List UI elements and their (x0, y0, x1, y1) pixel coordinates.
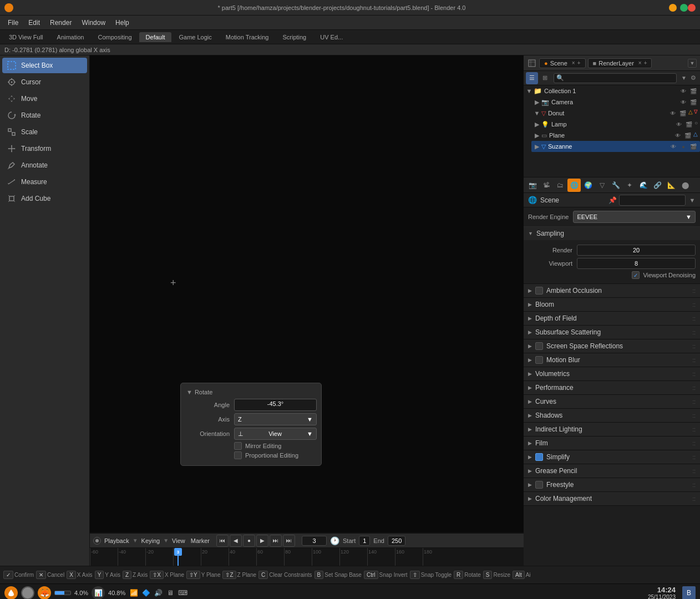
axis-select[interactable]: Z ▼ (234, 413, 317, 425)
resize-key[interactable]: S (483, 571, 493, 579)
simplify-checkbox[interactable] (535, 453, 543, 461)
tree-search-input[interactable]: 🔍 (554, 73, 677, 83)
tab-motiontracking[interactable]: Motion Tracking (219, 32, 276, 42)
donut-eye-icon[interactable]: 👁 (668, 109, 677, 118)
expand-camera[interactable]: ▶ (534, 99, 540, 105)
lamp-eye-icon[interactable]: 👁 (674, 120, 683, 129)
snap-base-key[interactable]: B (315, 571, 324, 579)
ambient-occlusion-checkbox[interactable] (535, 287, 543, 295)
pin-icon[interactable]: 📌 (608, 196, 617, 205)
depth-of-field-header[interactable]: ▶ Depth of Field :: (524, 312, 700, 325)
tab-compositing[interactable]: Compositing (91, 32, 138, 42)
tool-cursor[interactable]: Cursor (2, 74, 87, 90)
ambient-occlusion-header[interactable]: ▶ Ambient Occlusion :: (524, 284, 700, 297)
plane-eye-icon[interactable]: 👁 (673, 131, 682, 140)
performance-header[interactable]: ▶ Performance :: (524, 381, 700, 394)
rotate-key[interactable]: R (454, 571, 463, 579)
props-filter-icon[interactable]: ▼ (688, 196, 697, 205)
scene-selector[interactable]: ● Scene × + (539, 58, 586, 68)
tab-default[interactable]: Default (139, 32, 172, 42)
curves-header[interactable]: ▶ Curves :: (524, 395, 700, 408)
play-reverse-button[interactable]: ◀ (230, 535, 242, 547)
props-icon-render[interactable]: 📷 (526, 179, 539, 192)
y-plane-key[interactable]: ⇧Y (186, 571, 200, 579)
props-search-input[interactable] (619, 195, 686, 206)
tool-move[interactable]: Move (2, 91, 87, 106)
minimize-button[interactable] (669, 4, 677, 12)
maximize-button[interactable] (680, 4, 688, 12)
props-icon-modifiers[interactable]: 🔧 (609, 179, 622, 192)
props-icon-scene[interactable]: 🌐 (567, 179, 581, 192)
z-plane-key[interactable]: ⇧Z (222, 571, 236, 579)
viewport-denoising-checkbox[interactable] (632, 271, 640, 279)
props-icon-data[interactable]: 📐 (665, 179, 678, 192)
marker-label[interactable]: Marker (191, 537, 210, 544)
tab-gamelogic[interactable]: Game Logic (172, 32, 218, 42)
tab-uveditor[interactable]: UV Ed... (313, 32, 349, 42)
tree-filter-icon[interactable]: ▼ (679, 74, 688, 83)
donut-render-icon[interactable]: 🎬 (678, 109, 687, 118)
grease-pencil-header[interactable]: ▶ Grease Pencil :: (524, 464, 700, 478)
tab-animation[interactable]: Animation (50, 32, 91, 42)
render-value[interactable]: 20 (577, 245, 696, 256)
props-icon-object[interactable]: ▽ (595, 179, 608, 192)
tree-settings-icon[interactable]: ⚙ (689, 74, 698, 83)
expand-lamp[interactable]: ▶ (534, 121, 540, 128)
shadows-header[interactable]: ▶ Shadows :: (524, 409, 700, 422)
orientation-select[interactable]: ⊥ View ▼ (234, 428, 317, 440)
tool-select-box[interactable]: Select Box (2, 58, 87, 73)
color-management-header[interactable]: ▶ Color Management :: (524, 492, 700, 505)
menu-help[interactable]: Help (111, 18, 134, 28)
x-axis-key[interactable]: X (67, 571, 76, 579)
simplify-header[interactable]: ▶ Simplify :: (524, 450, 700, 464)
camera-restrict-icon[interactable]: 🎬 (689, 87, 698, 95)
tree-donut[interactable]: ▼ ▽ Donut 👁 🎬 △ ∇ (531, 108, 700, 119)
menu-edit[interactable]: Edit (24, 18, 44, 28)
taskbar-app-icon[interactable]: B (682, 586, 696, 600)
cancel-key[interactable]: ✕ (36, 571, 46, 579)
bloom-header[interactable]: ▶ Bloom :: (524, 298, 700, 311)
props-icon-world[interactable]: 🌍 (581, 179, 595, 192)
render-layer-selector[interactable]: ■ RenderLayer × + (588, 58, 652, 68)
suzanne-eye-icon[interactable]: 👁 (669, 142, 678, 151)
play-next-button[interactable]: ⏭ (270, 535, 282, 547)
screen-space-reflections-header[interactable]: ▶ Screen Space Reflections :: (524, 339, 700, 353)
main-viewport[interactable]: + ▼ Rotate Angle -45.3° Axis Z ▼ (90, 55, 524, 532)
tab-scripting[interactable]: Scripting (276, 32, 313, 42)
menu-window[interactable]: Window (77, 18, 110, 28)
props-icon-material[interactable]: ⬤ (678, 179, 692, 192)
suzanne-render-icon[interactable]: 🎬 (689, 142, 698, 151)
angle-input[interactable]: -45.3° (234, 399, 317, 411)
expand-plane[interactable]: ▶ (534, 132, 540, 139)
camera-eye-icon[interactable]: 👁 (679, 98, 688, 106)
motion-blur-header[interactable]: ▶ Motion Blur :: (524, 353, 700, 367)
keying-label[interactable]: Keying (141, 537, 160, 544)
tool-transform[interactable]: Transform (2, 141, 87, 156)
confirm-key[interactable]: ✓ (3, 571, 13, 579)
mirror-editing-checkbox[interactable] (234, 442, 242, 450)
tool-rotate[interactable]: Rotate (2, 108, 87, 123)
expand-donut[interactable]: ▼ (534, 110, 540, 116)
lamp-render-icon[interactable]: 🎬 (684, 120, 693, 129)
props-icon-output[interactable]: 📽 (540, 179, 553, 192)
tree-lamp[interactable]: ▶ 💡 Lamp 👁 🎬 ○ (531, 119, 700, 130)
tool-annotate[interactable]: Annotate (2, 158, 87, 173)
x-plane-key[interactable]: ⇧X (150, 571, 164, 579)
tool-measure[interactable]: Measure (2, 174, 87, 190)
z-axis-key[interactable]: Z (123, 571, 131, 579)
sampling-header[interactable]: ▼ Sampling (524, 227, 700, 240)
render-engine-select[interactable]: EEVEE ▼ (573, 211, 696, 223)
tool-add-cube[interactable]: Add Cube (2, 191, 87, 206)
props-icon-viewlayer[interactable]: 🗂 (554, 179, 567, 192)
current-frame-input[interactable]: 3 (302, 536, 327, 546)
subsurface-scattering-header[interactable]: ▶ Subsurface Scattering :: (524, 326, 700, 339)
tree-plane[interactable]: ▶ ▭ Plane 👁 🎬 △ (531, 130, 700, 141)
tree-suzanne[interactable]: ▶ ▽ Suzanne 👁 ● 🎬 (531, 141, 700, 152)
jump-end-button[interactable]: ⏭ (283, 535, 295, 547)
snap-toggle-key[interactable]: ⇧ (410, 571, 420, 579)
ssr-checkbox[interactable] (535, 342, 543, 350)
filter-icon[interactable]: ▼ (688, 59, 697, 68)
plane-render-icon[interactable]: 🎬 (683, 131, 692, 140)
y-axis-key[interactable]: Y (95, 571, 104, 579)
eye-icon[interactable]: 👁 (679, 87, 688, 95)
